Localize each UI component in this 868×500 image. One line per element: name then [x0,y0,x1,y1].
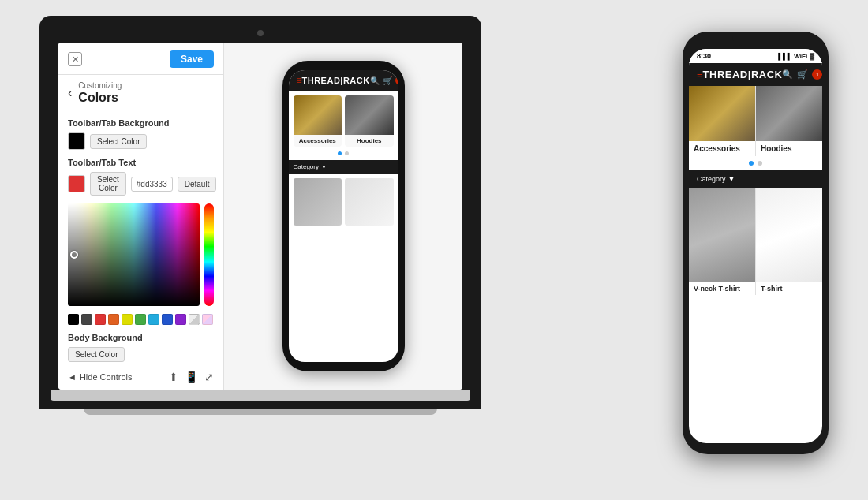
product-img-accessories [294,95,342,135]
sp-card-accessories: Accessories [689,86,755,156]
sp-action-icons: 🔍 🛒 1 [782,69,822,80]
color-gradient-area[interactable] [68,203,200,306]
category-arrow-icon: ▼ [321,164,327,170]
laptop-foot [84,409,437,415]
sp-product-grid: Accessories Hoodies [689,86,822,156]
toolbar-text-select-btn[interactable]: Select Color [90,172,126,196]
toolbar-text-swatch [68,175,85,192]
sp-label-accessories: Accessories [689,141,755,156]
bottom-product-2 [345,178,394,226]
swatch-red[interactable] [95,314,106,325]
phone-preview-screen: ≡ THREAD|RACK 🔍 🛒 1 [289,70,398,362]
toolbar-text-row: Select Color #dd3333 Default [68,172,214,196]
phone-product-grid: Accessories Hoodies [294,95,394,147]
sp-brand: THREAD|RACK [703,69,783,80]
body-bg-row: Select Color [68,347,214,362]
sp-category-bar: Category ▼ [689,170,822,188]
sp-img-accessories [689,86,755,141]
swatch-black[interactable] [68,314,79,325]
mobile-icon[interactable]: 📱 [185,371,198,383]
sp-bottom-grid: V-neck T-shirt T-shirt [689,188,822,295]
swatch-cyan[interactable] [148,314,159,325]
phone-category-label: Category [294,163,319,170]
panel-header: ✕ Save [58,43,223,75]
hide-controls-label: Hide Controls [80,372,133,382]
phone-cart-icon: 🛒 [383,76,392,85]
laptop-device: ✕ Save ‹ Customizing Colors Toolbar/Tab … [39,16,481,415]
sp-category-arrow: ▼ [728,175,735,183]
swatch-yellow[interactable] [122,314,133,325]
panel-content: Toolbar/Tab Background Select Color Tool… [58,110,223,364]
swatch-pink[interactable] [202,314,213,325]
product-card-hoodies: Hoodies [345,95,394,147]
back-arrow-icon[interactable]: ‹ [68,86,72,100]
battery-icon: ▓ [810,53,814,60]
sp-bottom-card-1 [689,188,755,282]
sp-label-hoodies: Hoodies [756,141,822,156]
dot-2 [345,151,349,155]
sp-device: 8:30 ▌▌▌ WiFi ▓ ≡ THREAD|RACK 🔍 🛒 1 [683,32,829,454]
pagination-dots [294,151,394,155]
swatch-blue[interactable] [162,314,173,325]
sp-time: 8:30 [697,52,711,60]
phone-topbar: ≡ THREAD|RACK 🔍 🛒 1 [289,70,398,91]
sp-body: Accessories Hoodies Category ▼ [689,86,822,295]
left-arrow-icon: ◄ [68,372,77,382]
sp-card-hoodies: Hoodies [756,86,822,156]
standalone-phone: 8:30 ▌▌▌ WiFi ▓ ≡ THREAD|RACK 🔍 🛒 1 [683,32,829,454]
signal-icon: ▌▌▌ [778,53,791,60]
footer-icons: ⬆ 📱 ⤢ [169,371,214,383]
swatch-green[interactable] [135,314,146,325]
phone-menu-icon: ≡ [297,75,302,86]
toolbar-bg-select-btn[interactable]: Select Color [90,134,147,149]
panel-footer: ◄ Hide Controls ⬆ 📱 ⤢ [58,364,223,390]
wifi-icon: WiFi [794,53,807,60]
sp-menu-icon: ≡ [697,69,703,80]
sp-category-label: Category [697,175,726,183]
share-icon[interactable]: ⬆ [169,371,178,383]
color-hex-value: #dd3333 [131,177,173,192]
customization-panel: ✕ Save ‹ Customizing Colors Toolbar/Tab … [58,43,224,390]
dot-1 [338,151,342,155]
phone-body: Accessories Hoodies [289,91,398,230]
swatch-purple[interactable] [175,314,186,325]
hue-slider[interactable] [204,203,214,306]
sp-dot-1 [749,161,754,166]
sp-screen: 8:30 ▌▌▌ WiFi ▓ ≡ THREAD|RACK 🔍 🛒 1 [689,49,822,443]
sp-notch [732,32,780,46]
close-button[interactable]: ✕ [68,52,82,66]
sp-status-icons: ▌▌▌ WiFi ▓ [778,53,814,60]
toolbar-bg-label: Toolbar/Tab Background [68,118,214,128]
swatch-dark-grey[interactable] [81,314,92,325]
sp-product1-label: V-neck T-shirt [689,282,755,295]
sp-bottom-wrapper-2: T-shirt [756,188,822,295]
sp-dot-2 [758,161,762,166]
picker-cursor [70,251,78,259]
sp-cart-badge: 1 [812,69,822,80]
toolbar-text-label: Toolbar/Tab Text [68,158,214,167]
phone-search-icon: 🔍 [370,76,380,85]
save-button[interactable]: Save [170,50,214,68]
default-button[interactable]: Default [178,177,217,192]
color-swatches-row [68,314,214,325]
product-label-accessories: Accessories [294,135,342,147]
sp-product2-label: T-shirt [756,282,822,295]
swatch-orange[interactable] [108,314,119,325]
product-label-hoodies: Hoodies [345,135,394,147]
product-img-hoodies [345,95,394,135]
phone-bottom-products [294,178,394,226]
hide-controls-button[interactable]: ◄ Hide Controls [68,372,133,382]
sp-pagination [689,156,822,170]
swatch-light[interactable] [189,314,200,325]
expand-icon[interactable]: ⤢ [204,371,214,383]
toolbar-bg-swatch [68,132,85,150]
laptop-screen: ✕ Save ‹ Customizing Colors Toolbar/Tab … [58,43,462,390]
laptop-base [51,390,470,401]
body-bg-select-btn[interactable]: Select Color [68,347,125,362]
panel-main-title: Colors [78,90,122,105]
phone-action-icons: 🔍 🛒 1 [370,76,398,85]
phone-cart-badge: 1 [395,76,398,85]
sp-status-bar: 8:30 ▌▌▌ WiFi ▓ [689,49,822,63]
color-picker[interactable] [68,203,214,325]
product-card-accessories: Accessories [294,95,342,147]
